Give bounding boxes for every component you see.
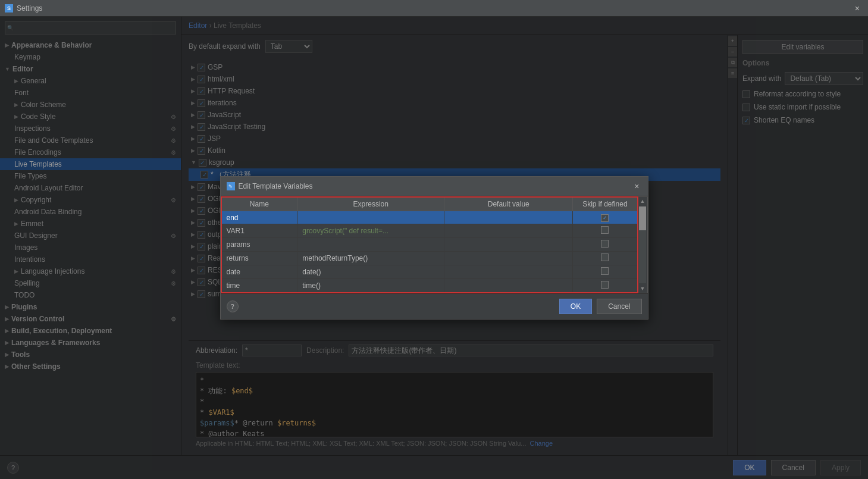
row-end-default[interactable] bbox=[444, 211, 573, 224]
row-returns-skip[interactable] bbox=[573, 252, 638, 265]
row-date-expression[interactable]: date() bbox=[297, 265, 444, 279]
col-header-expression: Expression bbox=[297, 197, 444, 211]
row-end-skip[interactable] bbox=[573, 211, 638, 224]
modal-footer-right: OK Cancel bbox=[559, 299, 642, 314]
row-end-expression[interactable] bbox=[297, 211, 444, 224]
modal-ok-button[interactable]: OK bbox=[559, 299, 592, 314]
row-date-skip[interactable] bbox=[573, 265, 638, 279]
end-skip-checkbox[interactable] bbox=[601, 214, 609, 222]
table-row-params[interactable]: params bbox=[221, 238, 638, 252]
modal-table-scrollbar: ▲ ▼ bbox=[638, 196, 648, 293]
row-date-default[interactable] bbox=[444, 265, 573, 279]
modal-body: Name Expression Default value Skip if de… bbox=[221, 196, 648, 293]
modal-help-button[interactable]: ? bbox=[227, 300, 239, 312]
table-row-returns[interactable]: returns methodReturnType() bbox=[221, 252, 638, 265]
edit-template-variables-modal: ✎ Edit Template Variables × Name Express… bbox=[220, 176, 648, 320]
modal-cancel-button[interactable]: Cancel bbox=[597, 299, 641, 314]
modal-table-wrap: Name Expression Default value Skip if de… bbox=[221, 196, 638, 293]
row-time-default[interactable] bbox=[444, 279, 573, 293]
col-header-skip: Skip if defined bbox=[573, 197, 638, 211]
table-row-var1[interactable]: VAR1 groovyScript(" def result=... bbox=[221, 224, 638, 238]
title-bar-left: S Settings bbox=[5, 4, 42, 12]
row-returns-expression[interactable]: methodReturnType() bbox=[297, 252, 444, 265]
row-var1-skip[interactable] bbox=[573, 224, 638, 238]
window-title: Settings bbox=[17, 4, 42, 12]
table-row-time[interactable]: time time() bbox=[221, 279, 638, 293]
modal-overlay: ✎ Edit Template Variables × Name Express… bbox=[0, 17, 868, 479]
row-time-skip[interactable] bbox=[573, 279, 638, 293]
modal-close-button[interactable]: × bbox=[632, 180, 641, 192]
modal-title-icon: ✎ bbox=[227, 182, 235, 190]
modal-footer: ? OK Cancel bbox=[221, 293, 648, 319]
table-scroll-track bbox=[639, 206, 646, 283]
row-date-name: date bbox=[221, 265, 297, 279]
var1-skip-checkbox[interactable] bbox=[601, 226, 609, 234]
col-header-default: Default value bbox=[444, 197, 573, 211]
row-returns-name: returns bbox=[221, 252, 297, 265]
row-params-skip[interactable] bbox=[573, 238, 638, 252]
table-row-date[interactable]: date date() bbox=[221, 265, 638, 279]
row-params-name: params bbox=[221, 238, 297, 252]
row-var1-default[interactable] bbox=[444, 224, 573, 238]
app-icon: S bbox=[5, 4, 13, 12]
date-skip-checkbox[interactable] bbox=[601, 267, 609, 275]
table-header-row: Name Expression Default value Skip if de… bbox=[221, 197, 638, 211]
returns-skip-checkbox[interactable] bbox=[601, 253, 609, 261]
modal-title: ✎ Edit Template Variables bbox=[227, 182, 313, 190]
modal-title-bar: ✎ Edit Template Variables × bbox=[221, 177, 648, 196]
table-scroll-down-button[interactable]: ▼ bbox=[639, 284, 647, 293]
col-header-name: Name bbox=[221, 197, 297, 211]
row-params-default[interactable] bbox=[444, 238, 573, 252]
row-var1-expression[interactable]: groovyScript(" def result=... bbox=[297, 224, 444, 238]
variables-table: Name Expression Default value Skip if de… bbox=[221, 196, 638, 293]
row-time-expression[interactable]: time() bbox=[297, 279, 444, 293]
title-bar: S Settings × bbox=[0, 0, 868, 17]
row-var1-name: VAR1 bbox=[221, 224, 297, 238]
modal-title-text: Edit Template Variables bbox=[239, 182, 313, 190]
table-scroll-thumb bbox=[639, 206, 646, 230]
params-skip-checkbox[interactable] bbox=[601, 240, 609, 248]
row-returns-default[interactable] bbox=[444, 252, 573, 265]
window-close-button[interactable]: × bbox=[851, 2, 863, 14]
table-row-end[interactable]: end bbox=[221, 211, 638, 224]
row-time-name: time bbox=[221, 279, 297, 293]
row-end-expression-input[interactable] bbox=[302, 213, 439, 222]
table-scroll-up-button[interactable]: ▲ bbox=[639, 197, 647, 205]
row-end-name: end bbox=[221, 211, 297, 224]
time-skip-checkbox[interactable] bbox=[601, 281, 609, 289]
modal-content: Name Expression Default value Skip if de… bbox=[221, 196, 648, 319]
row-params-expression[interactable] bbox=[297, 238, 444, 252]
